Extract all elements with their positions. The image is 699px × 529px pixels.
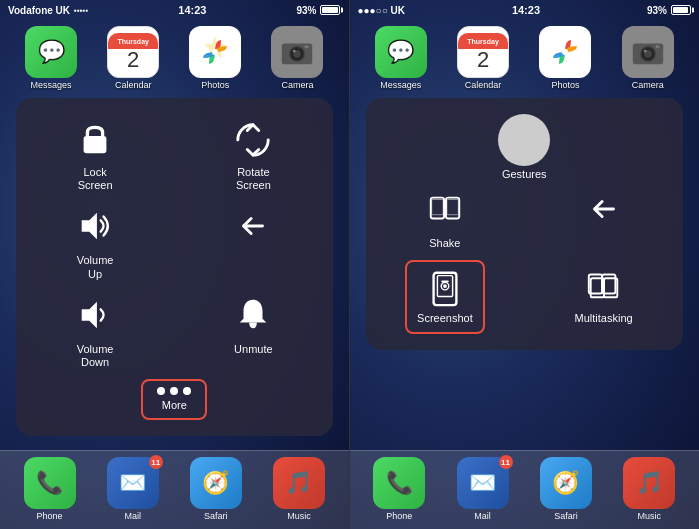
right-status-bar: ●●●○○ UK 14:23 93% bbox=[350, 0, 700, 20]
rotate-icon bbox=[229, 114, 277, 162]
volume-up-item[interactable]: VolumeUp bbox=[71, 202, 119, 280]
right-overlay: Gestures Shake bbox=[366, 98, 684, 350]
more-button[interactable]: More bbox=[141, 379, 207, 420]
messages-icon-left: 💬 bbox=[25, 26, 77, 78]
dot1 bbox=[157, 387, 165, 395]
camera-label-right: Camera bbox=[632, 80, 664, 90]
safari-label-right: Safari bbox=[554, 511, 578, 521]
camera-label-left: Camera bbox=[281, 80, 313, 90]
photos-icon-right bbox=[539, 26, 591, 78]
lock-screen-label: LockScreen bbox=[78, 166, 113, 192]
arrow-left-icon bbox=[229, 202, 277, 250]
unmute-label: Unmute bbox=[234, 343, 273, 356]
music-icon-left: 🎵 bbox=[273, 457, 325, 509]
dock-music-right[interactable]: 🎵 Music bbox=[623, 457, 675, 521]
phone-label-right: Phone bbox=[386, 511, 412, 521]
svg-rect-23 bbox=[432, 200, 443, 215]
safari-icon-right: 🧭 bbox=[540, 457, 592, 509]
app-photos-left[interactable]: Photos bbox=[185, 26, 245, 90]
app-calendar-right[interactable]: Thursday 2 Calendar bbox=[453, 26, 513, 90]
messages-label-right: Messages bbox=[380, 80, 421, 90]
svg-rect-10 bbox=[84, 136, 107, 153]
app-camera-left[interactable]: Camera bbox=[267, 26, 327, 90]
calendar-label-right: Calendar bbox=[465, 80, 502, 90]
dot2 bbox=[170, 387, 178, 395]
svg-marker-11 bbox=[82, 213, 97, 240]
svg-point-8 bbox=[293, 50, 296, 53]
messages-icon-right: 💬 bbox=[375, 26, 427, 78]
battery-left bbox=[320, 5, 340, 15]
signal-left: ▪▪▪▪▪ bbox=[74, 6, 88, 15]
dock-mail-right[interactable]: ✉️ 11 Mail bbox=[457, 457, 509, 521]
shake-item[interactable]: Shake bbox=[421, 185, 469, 250]
dock-phone-left[interactable]: 📞 Phone bbox=[24, 457, 76, 521]
app-photos-right[interactable]: Photos bbox=[535, 26, 595, 90]
arrow-left-icon-right bbox=[580, 185, 628, 233]
volume-down-icon bbox=[71, 291, 119, 339]
carrier-left: Vodafone UK bbox=[8, 5, 70, 16]
volume-up-icon bbox=[71, 202, 119, 250]
right-overlay-grid: Shake bbox=[376, 185, 674, 333]
svg-rect-25 bbox=[447, 200, 458, 215]
lock-screen-item[interactable]: LockScreen bbox=[71, 114, 119, 192]
unmute-item[interactable]: Unmute bbox=[229, 291, 277, 369]
screenshot-item[interactable]: Screenshot bbox=[405, 260, 485, 333]
svg-point-14 bbox=[562, 49, 568, 55]
gestures-item[interactable]: Gestures bbox=[376, 114, 674, 181]
music-icon-right: 🎵 bbox=[623, 457, 675, 509]
calendar-icon-right: Thursday 2 bbox=[457, 26, 509, 78]
dock-phone-right[interactable]: 📞 Phone bbox=[373, 457, 425, 521]
photos-icon-left bbox=[189, 26, 241, 78]
lock-icon bbox=[71, 114, 119, 162]
swipe-left-item[interactable] bbox=[229, 202, 277, 280]
svg-point-30 bbox=[443, 285, 447, 289]
carrier-right: ●●●○○ UK bbox=[358, 5, 405, 16]
swipe-right-item[interactable] bbox=[580, 185, 628, 250]
left-status-right: 93% bbox=[296, 5, 340, 16]
left-status-bar: Vodafone UK ▪▪▪▪▪ 14:23 93% bbox=[0, 0, 349, 20]
messages-label-left: Messages bbox=[31, 80, 72, 90]
app-messages-right[interactable]: 💬 Messages bbox=[371, 26, 431, 90]
right-status-left: ●●●○○ UK bbox=[358, 5, 405, 16]
camera-icon-left bbox=[271, 26, 323, 78]
volume-down-label: VolumeDown bbox=[77, 343, 114, 369]
shake-icon bbox=[421, 185, 469, 233]
svg-point-2 bbox=[212, 49, 218, 55]
mail-label-right: Mail bbox=[474, 511, 491, 521]
dot3 bbox=[183, 387, 191, 395]
safari-label-left: Safari bbox=[204, 511, 228, 521]
svg-rect-24 bbox=[446, 198, 459, 219]
app-calendar-left[interactable]: Thursday 2 Calendar bbox=[103, 26, 163, 90]
right-bottom-dock: 📞 Phone ✉️ 11 Mail 🧭 Safari 🎵 Music bbox=[350, 450, 700, 529]
screenshot-label: Screenshot bbox=[417, 312, 473, 325]
rotate-screen-item[interactable]: RotateScreen bbox=[229, 114, 277, 192]
dock-safari-left[interactable]: 🧭 Safari bbox=[190, 457, 242, 521]
more-dots bbox=[157, 387, 191, 395]
left-bottom-dock: 📞 Phone ✉️ 11 Mail 🧭 Safari 🎵 Music bbox=[0, 450, 349, 529]
multitasking-item[interactable]: Multitasking bbox=[575, 260, 633, 333]
volume-down-item[interactable]: VolumeDown bbox=[71, 291, 119, 369]
safari-icon-left: 🧭 bbox=[190, 457, 242, 509]
photos-label-right: Photos bbox=[551, 80, 579, 90]
calendar-label-left: Calendar bbox=[115, 80, 152, 90]
screenshot-icon bbox=[425, 268, 465, 308]
app-messages-left[interactable]: 💬 Messages bbox=[21, 26, 81, 90]
svg-rect-9 bbox=[305, 45, 309, 48]
dock-safari-right[interactable]: 🧭 Safari bbox=[540, 457, 592, 521]
battery-pct-right: 93% bbox=[647, 5, 667, 16]
gestures-label: Gestures bbox=[502, 168, 547, 181]
svg-marker-12 bbox=[82, 301, 97, 328]
dock-music-left[interactable]: 🎵 Music bbox=[273, 457, 325, 521]
photos-label-left: Photos bbox=[201, 80, 229, 90]
left-overlay-grid: LockScreen RotateScreen VolumeUp bbox=[26, 114, 323, 369]
app-camera-right[interactable]: Camera bbox=[618, 26, 678, 90]
rotate-screen-label: RotateScreen bbox=[236, 166, 271, 192]
music-label-right: Music bbox=[638, 511, 662, 521]
multitask-icon bbox=[580, 260, 628, 308]
battery-pct-left: 93% bbox=[296, 5, 316, 16]
cal-num-right: 2 bbox=[477, 49, 489, 71]
dock-mail-left[interactable]: ✉️ 11 Mail bbox=[107, 457, 159, 521]
volume-up-label: VolumeUp bbox=[77, 254, 114, 280]
phone-label-left: Phone bbox=[37, 511, 63, 521]
right-status-right: 93% bbox=[647, 5, 691, 16]
